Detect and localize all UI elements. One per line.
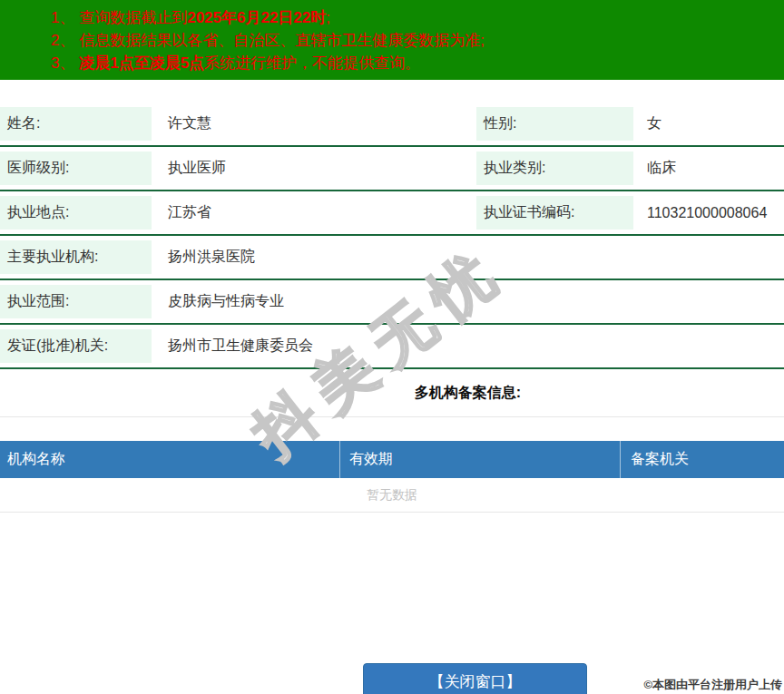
table-row-name-gender: 姓名: 许文慧 性别: 女 <box>0 103 784 147</box>
gender-value: 女 <box>633 103 784 145</box>
notice-line-3-bold: 凌晨1点至凌晨5点 <box>79 54 204 72</box>
filing-table-header: 机构名称 有效期 备案机关 <box>0 441 784 478</box>
notice-line-1-post: ; <box>326 9 330 26</box>
notice-banner: 1、 查询数据截止到2025年6月22日22时; 2、 信息数据结果以各省、自治… <box>0 0 784 80</box>
column-header-filing-authority: 备案机关 <box>621 441 784 478</box>
table-row-issuing-authority: 发证(批准)机关: 扬州市卫生健康委员会 <box>0 325 784 369</box>
issuing-authority-label: 发证(批准)机关: <box>0 329 152 363</box>
table-row-level-category: 医师级别: 执业医师 执业类别: 临床 <box>0 147 784 191</box>
practice-category-label: 执业类别: <box>476 152 633 185</box>
notice-line-3-post: 系统进行维护，不能提供查询。 <box>204 54 420 72</box>
notice-line-2: 2、 信息数据结果以各省、自治区、直辖市卫生健康委数据为准; <box>51 29 784 52</box>
issuing-authority-value: 扬州市卫生健康委员会 <box>152 325 784 367</box>
gender-label: 性别: <box>476 107 633 141</box>
practitioner-info-table: 姓名: 许文慧 性别: 女 医师级别: 执业医师 执业类别: 临床 执业地点: … <box>0 103 784 369</box>
practice-scope-label: 执业范围: <box>0 285 152 318</box>
copyright-stamp: ©本图由平台注册用户上传 <box>643 677 782 693</box>
table-row-location-certificate: 执业地点: 江苏省 执业证书编码: 110321000008064 <box>0 191 784 236</box>
doctor-level-label: 医师级别: <box>0 152 152 185</box>
notice-line-1-bold: 2025年6月22日22时 <box>187 9 326 26</box>
name-value: 许文慧 <box>152 103 472 145</box>
column-header-institution-name: 机构名称 <box>0 441 340 478</box>
table-row-main-institution: 主要执业机构: 扬州洪泉医院 <box>0 236 784 280</box>
main-institution-label: 主要执业机构: <box>0 240 152 274</box>
table-row-practice-scope: 执业范围: 皮肤病与性病专业 <box>0 280 784 325</box>
notice-line-3: 3、 凌晨1点至凌晨5点系统进行维护，不能提供查询。 <box>51 52 784 74</box>
column-header-validity-period: 有效期 <box>340 441 621 478</box>
practice-location-value: 江苏省 <box>152 191 472 234</box>
practice-location-label: 执业地点: <box>0 196 152 230</box>
close-window-button[interactable]: 【关闭窗口】 <box>363 663 587 694</box>
notice-line-1-text: 1、 查询数据截止到 <box>51 9 187 26</box>
main-institution-value: 扬州洪泉医院 <box>152 236 784 279</box>
certificate-number-label: 执业证书编码: <box>476 196 633 230</box>
doctor-level-value: 执业医师 <box>152 147 472 190</box>
certificate-number-value: 110321000008064 <box>633 191 784 234</box>
filing-table-empty-state: 暂无数据 <box>0 478 784 513</box>
name-label: 姓名: <box>0 107 152 141</box>
multi-institution-section-title: 多机构备案信息: <box>152 369 784 416</box>
practice-category-value: 临床 <box>633 147 784 190</box>
practice-scope-value: 皮肤病与性病专业 <box>152 280 784 323</box>
notice-line-3-text: 3、 <box>51 54 79 72</box>
notice-line-2-text: 2、 信息数据结果以各省、自治区、直辖市卫生健康委数据为准; <box>51 32 485 49</box>
notice-line-1: 1、 查询数据截止到2025年6月22日22时; <box>51 6 784 29</box>
